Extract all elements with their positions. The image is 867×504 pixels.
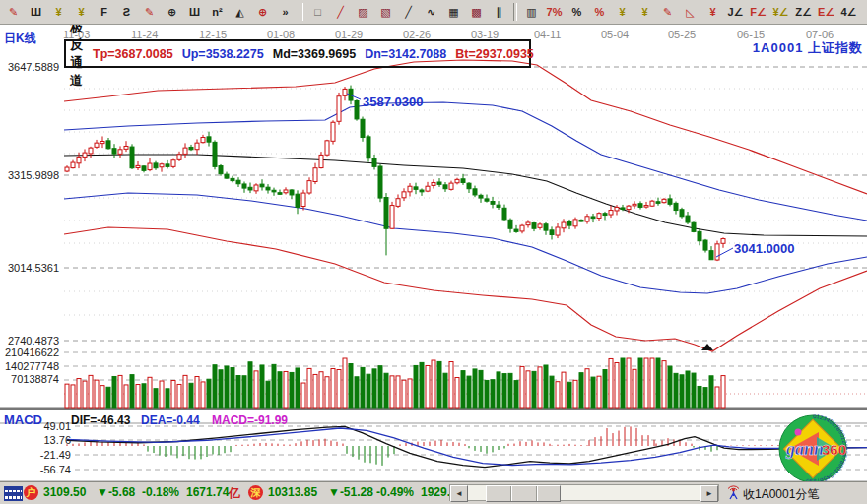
rect-tool-icon[interactable]: □	[306, 1, 329, 23]
gold-line-icon[interactable]: ¥	[634, 1, 656, 23]
angle-z-icon[interactable]: Z∠	[792, 1, 815, 23]
sh-index-change: ▼-5.68	[97, 485, 135, 499]
grid-tool2-icon[interactable]: ▩	[465, 1, 488, 23]
sh-index-price: 3109.50	[43, 485, 86, 499]
kline-period-label[interactable]: 日K线	[4, 31, 36, 47]
channel-value-label: Dn=3142.7088	[365, 47, 446, 61]
market-grid-icon[interactable]	[4, 486, 23, 501]
overflow-chevron-icon[interactable]: »	[274, 1, 297, 23]
s-comb-icon[interactable]: Ƨ	[115, 1, 138, 23]
scrollbar-thumb[interactable]	[486, 485, 561, 502]
kline-window: ✎Ш¥¥FƧ✎⊕Шn²◭⊕» □╱▨▧╱∿▦▩∥ ▥7%%%¥¥✎◺¥J∠F∠¥…	[0, 0, 867, 504]
toolbar-separator	[513, 3, 517, 21]
peak-price-annotation: 3587.0300	[363, 94, 423, 109]
macd-tick-label: 13.76	[0, 434, 71, 446]
date-tick-label: 05-25	[668, 29, 696, 40]
macd-hist-value: MACD=-91.99	[212, 413, 288, 427]
angle-f-icon[interactable]: F∠	[747, 1, 769, 23]
macd-tick-label: -56.74	[0, 464, 71, 475]
price-tick-label: 3647.5889	[0, 61, 59, 73]
brush2-icon[interactable]: ✎	[138, 1, 161, 23]
wave-tool-icon[interactable]: ∿	[420, 1, 442, 23]
percent-icon[interactable]: %	[566, 1, 588, 23]
symbol-name: 上证指数	[808, 40, 863, 55]
sz-index-price: 10313.85	[268, 485, 317, 499]
toolbar: ✎Ш¥¥FƧ✎⊕Шn²◭⊕» □╱▨▧╱∿▦▩∥ ▥7%%%¥¥✎◺¥J∠F∠¥…	[0, 0, 867, 25]
status-bar: 户 3109.50 ▼-5.68 -0.18% 1671.74 亿 深 1031…	[0, 481, 867, 504]
volume-tick-label: 140277748	[0, 360, 59, 372]
channel-value-label: Up=3538.2275	[182, 47, 264, 61]
toolbar-group-drawing: □╱▨▧╱∿▦▩∥	[306, 0, 510, 24]
crosshair-icon[interactable]: ⊕	[251, 1, 274, 23]
scroll-right-button[interactable]: ►	[700, 485, 718, 502]
brush3-icon[interactable]: ✎	[656, 1, 679, 23]
sh-amount-unit: 亿	[229, 485, 240, 502]
comb-icon[interactable]: Ш	[183, 1, 206, 23]
volume-tick-label: 210416622	[0, 346, 59, 358]
symbol-title: 1A0001 上证指数	[753, 39, 863, 57]
gold-circle-icon[interactable]: ¥	[611, 1, 634, 23]
gold-comb-icon[interactable]: ¥	[47, 1, 70, 23]
gold-comb2-icon[interactable]: ¥	[70, 1, 93, 23]
channel-value-label: Md=3369.9695	[273, 47, 356, 61]
logo-360-text: 360	[822, 441, 846, 458]
angle-4-icon[interactable]: 4∠	[837, 1, 860, 23]
price-tick-label: 3014.5361	[0, 262, 59, 274]
ray-tool-icon[interactable]: ╱	[397, 1, 420, 23]
volume-bars-icon[interactable]: ▥	[520, 1, 543, 23]
sz-index-pct: -0.49%	[376, 485, 414, 499]
shenzhen-badge-icon[interactable]: 深	[248, 485, 263, 500]
data-feed-antenna-icon	[726, 484, 741, 504]
toolbar-separator	[300, 3, 303, 21]
brush-icon[interactable]: ✎	[2, 1, 25, 23]
price-tick-label: 3315.9898	[0, 169, 59, 181]
sh-index-pct: -0.18%	[142, 485, 179, 499]
volume-tick-label: 70138874	[0, 373, 59, 385]
macd-dea-value: DEA=-0.44	[141, 413, 200, 427]
macd-dif-value: DIF=-46.43	[71, 413, 130, 427]
low-price-annotation: 3041.0000	[734, 241, 794, 256]
macd-panel-label[interactable]: MACD	[4, 412, 42, 427]
channel-title: 极反通道	[70, 19, 83, 90]
parallel-lines-icon[interactable]: ∥	[488, 1, 510, 23]
n2-comb-icon[interactable]: n²	[206, 1, 229, 23]
symbol-code: 1A0001	[753, 40, 804, 55]
seven-percent-icon[interactable]: 7%	[543, 1, 566, 23]
macd-tick-label: -21.49	[0, 449, 71, 461]
angle-e-icon[interactable]: E∠	[815, 1, 837, 23]
toolbar-group-gann: ▥7%%%¥¥✎◺¥J∠F∠¥∠Z∠E∠4∠	[520, 0, 860, 24]
triangle-tool-icon[interactable]: ◺	[679, 1, 701, 23]
horizontal-scrollbar[interactable]: ◄ ►	[449, 484, 719, 501]
shaded-box-icon[interactable]: ▨	[352, 1, 374, 23]
sz-index-change: ▼-51.28	[328, 485, 373, 499]
channel-value-label: Bt=2937.0935	[455, 47, 534, 61]
date-tick-label: 05-04	[601, 29, 629, 40]
percent-line-icon[interactable]: %	[588, 1, 611, 23]
logo-magenta-dot	[795, 429, 802, 436]
feed-status-label[interactable]: 收1A0001分笔	[743, 486, 819, 503]
channel-value-label: Tp=3687.0085	[93, 47, 173, 61]
toolbar-group-indicators: ✎Ш¥¥FƧ✎⊕Шn²◭⊕»	[2, 0, 297, 24]
channel-info-box: 极反通道 Tp=3687.0085Up=3538.2275Md=3369.969…	[64, 39, 531, 68]
price-tick-label: 2740.4873	[0, 335, 59, 346]
circle-comb-icon[interactable]: ⊕	[161, 1, 183, 23]
angle-j-icon[interactable]: J∠	[724, 1, 747, 23]
date-tick-label: 04-11	[534, 29, 561, 40]
f-comb-icon[interactable]: F	[93, 1, 115, 23]
fan-box-icon[interactable]: ▧	[374, 1, 397, 23]
gann-fan-icon[interactable]: ╱	[329, 1, 352, 23]
angle-gold-icon[interactable]: ¥∠	[769, 1, 792, 23]
grid-comb-icon[interactable]: Ш	[25, 1, 47, 23]
grid-tool-icon[interactable]: ▦	[442, 1, 465, 23]
scroll-left-button[interactable]: ◄	[450, 485, 468, 502]
flag-icon[interactable]: ◭	[229, 1, 251, 23]
logo-gann-text: gann	[785, 439, 824, 459]
shanghai-badge-icon[interactable]: 户	[24, 485, 38, 500]
gold-box-icon[interactable]: ¥	[701, 1, 724, 23]
gann360-logo: 0123456789012345678901234567890 gann 360	[777, 413, 848, 484]
sh-index-amount: 1671.74	[186, 485, 229, 499]
